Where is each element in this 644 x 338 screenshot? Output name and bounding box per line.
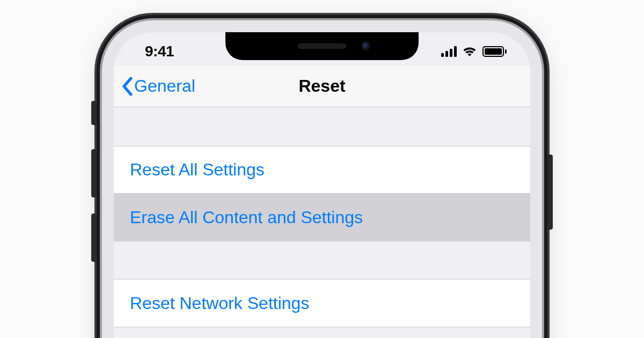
screen: 9:41 (114, 32, 530, 338)
back-button[interactable]: General (114, 76, 195, 96)
row-label: Reset Network Settings (130, 293, 309, 313)
row-label: Erase All Content and Settings (130, 208, 363, 227)
back-label: General (134, 76, 195, 96)
section-spacer (114, 107, 530, 146)
settings-group: Reset Network Settings (114, 279, 530, 327)
volume-down-button[interactable] (91, 214, 97, 262)
content-area: Reset All Settings Erase All Content and… (114, 107, 530, 338)
reset-all-settings-row[interactable]: Reset All Settings (114, 146, 530, 194)
speaker-grille (298, 43, 346, 49)
phone-frame: 9:41 (102, 20, 542, 338)
section-gap (114, 241, 530, 279)
battery-icon (482, 46, 507, 57)
row-label: Reset All Settings (130, 160, 265, 180)
erase-all-content-row[interactable]: Erase All Content and Settings (114, 194, 530, 241)
mute-switch[interactable] (91, 101, 97, 125)
reset-network-settings-row[interactable]: Reset Network Settings (114, 280, 530, 327)
chevron-left-icon (121, 77, 133, 96)
status-indicators (441, 46, 511, 57)
navigation-bar: General Reset (114, 65, 530, 107)
cellular-signal-icon (441, 46, 457, 57)
status-time: 9:41 (133, 43, 174, 60)
settings-group: Reset All Settings Erase All Content and… (114, 146, 530, 241)
power-button[interactable] (547, 155, 553, 230)
notch (225, 32, 419, 60)
front-camera (362, 42, 370, 50)
wifi-icon (462, 46, 477, 57)
volume-up-button[interactable] (91, 149, 97, 197)
